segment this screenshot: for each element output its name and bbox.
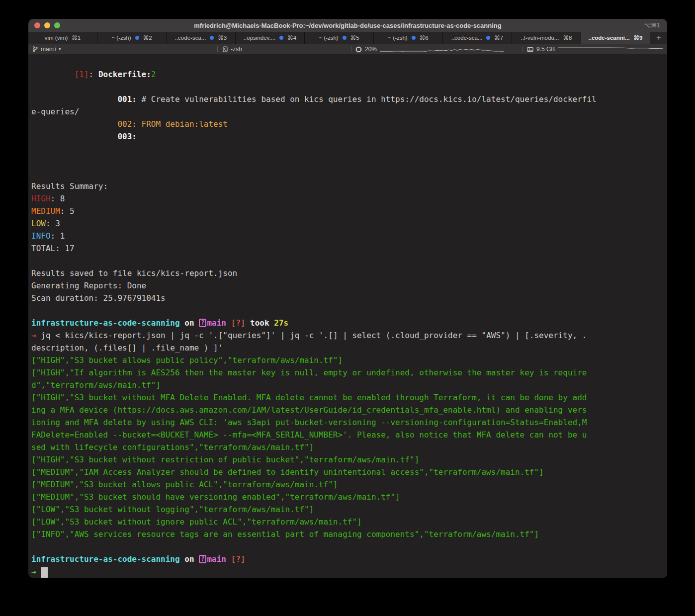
terminal-line: ["HIGH","S3 bucket without restriction o… (31, 453, 665, 466)
terminal-text (31, 94, 117, 104)
tab-label: ~ (-zsh) (111, 35, 131, 41)
terminal-text: ["MEDIUM","S3 bucket should have version… (31, 492, 400, 502)
tab-list: vim (vim)⌘1~ (-zsh)⌘2..code-sca...⌘3..op… (28, 32, 650, 44)
tab-2[interactable]: ~ (-zsh)⌘2 (97, 32, 166, 44)
terminal-text: ["INFO","AWS services resource tags are … (31, 529, 539, 539)
terminal-text: [?] (231, 318, 246, 328)
terminal-line (31, 168, 665, 180)
memory-segment: 9.5 GB (523, 44, 667, 54)
terminal-text: ["HIGH","S3 bucket without MFA Delete En… (31, 393, 587, 402)
terminal-text: ["MEDIUM","IAM Access Analyzer should be… (31, 467, 544, 477)
terminal-line: HIGH: 8 (31, 192, 665, 205)
terminal-text: → (31, 567, 36, 576)
tab-shortcut: ⌘2 (143, 34, 152, 41)
tab-4[interactable]: ..opsindev....⌘4 (235, 32, 304, 44)
window-title: mfriedrich@Michaels-MacBook-Pro:~/dev/wo… (28, 22, 667, 29)
terminal-content[interactable]: [1]: Dockerfile:2 001: # Create vulnerab… (28, 54, 667, 578)
tab-9[interactable]: ..code-scanni...⌘9 (581, 32, 650, 44)
tab-5[interactable]: ~ (-zsh)⌘5 (304, 32, 373, 44)
terminal-line: 003: (31, 130, 665, 143)
terminal-text: ["HIGH","S3 bucket without restriction o… (31, 455, 419, 464)
tab-shortcut: ⌘6 (420, 34, 429, 41)
terminal-text: ioning and MFA delete by using AWS CLI: … (31, 418, 587, 427)
tab-6[interactable]: ~ (-zsh)⌘6 (373, 32, 442, 44)
cpu-label: 20% (365, 46, 377, 53)
terminal-text: ? (199, 319, 206, 327)
tab-activity-dot (412, 36, 416, 40)
terminal-text: infrastructure-as-code-scanning (31, 318, 180, 328)
terminal-text: ["LOW","S3 bucket without ignore public … (31, 517, 362, 527)
terminal-text (36, 567, 41, 576)
close-button[interactable] (34, 22, 40, 28)
tab-label: ..code-scanni... (589, 35, 630, 41)
terminal-text: ? (199, 555, 206, 563)
terminal-line: 001: # Create vulnerabilities based on k… (31, 93, 665, 105)
terminal-text: Dockerfile: (98, 70, 151, 79)
terminal-text: ing a MFA device (https://docs.aws.amazo… (31, 405, 587, 415)
tab-label: ~ (-zsh) (319, 35, 338, 41)
terminal-text: ["MEDIUM","S3 bucket allows public ACL",… (31, 480, 338, 489)
terminal-window: mfriedrich@Michaels-MacBook-Pro:~/dev/wo… (28, 19, 667, 578)
terminal-line: e-queries/ (31, 105, 665, 118)
terminal-text: TOTAL: 17 (31, 244, 75, 253)
terminal-text: e-queries/ (31, 107, 79, 116)
terminal-text: HIGH (31, 194, 51, 203)
terminal-text: → (31, 331, 36, 340)
tab-8[interactable]: ..f-vuln-modu...⌘8 (512, 32, 581, 44)
tab-activity-dot (135, 36, 139, 40)
terminal-text: [?] (231, 554, 246, 564)
terminal-line (31, 304, 665, 317)
terminal-line: ["LOW","S3 bucket without ignore public … (31, 516, 665, 528)
terminal-text: # Create vulnerabilities based on kics q… (137, 94, 597, 104)
terminal-text: main (207, 318, 226, 328)
terminal-text: : (89, 70, 98, 79)
tab-shortcut: ⌘4 (287, 34, 296, 41)
memory-sparkline (558, 46, 663, 53)
terminal-line: → jq < kics/kics-report.json | jq -c '.[… (31, 329, 665, 342)
tab-1[interactable]: vim (vim)⌘1 (28, 32, 97, 44)
terminal-text: on (180, 554, 199, 564)
terminal-text: 002: FROM debian:latest (31, 119, 228, 129)
terminal-line: Results saved to file kics/kics-report.j… (31, 267, 665, 279)
terminal-text: 003: (117, 132, 137, 141)
memory-icon (527, 47, 533, 52)
terminal-line: TOTAL: 17 (31, 242, 665, 255)
terminal-text: FADelete=Enabled --bucket=<BUCKET_NAME> … (31, 430, 587, 440)
terminal-line: d","terraform/aws/main.tf"] (31, 379, 665, 391)
terminal-text: Results Summary: (31, 181, 108, 191)
terminal-text: [1] (75, 70, 89, 79)
terminal-line: sed with lifecycle configurations","terr… (31, 441, 665, 453)
terminal-line: ["LOW","S3 bucket without logging","terr… (31, 503, 665, 516)
terminal-text: LOW (31, 219, 46, 228)
minimize-button[interactable] (44, 22, 50, 28)
terminal-line: → (31, 565, 665, 578)
terminal-line: ing a MFA device (https://docs.aws.amazo… (31, 404, 665, 416)
terminal-text: 2 (151, 70, 156, 79)
tab-shortcut: ⌘9 (634, 34, 643, 41)
terminal-text: sed with lifecycle configurations","terr… (31, 442, 314, 452)
terminal-text: INFO (31, 231, 51, 241)
cpu-sparkline (380, 46, 504, 53)
terminal-text: : 5 (60, 206, 75, 216)
terminal-line: FADelete=Enabled --bucket=<BUCKET_NAME> … (31, 429, 665, 441)
terminal-line: [1]: Dockerfile:2 (31, 68, 665, 81)
tab-3[interactable]: ..code-sca...⌘3 (166, 32, 235, 44)
tab-label: ~ (-zsh) (388, 35, 407, 41)
terminal-line: ["HIGH","If algorithm is AES256 then the… (31, 366, 665, 379)
tab-activity-dot (279, 36, 283, 40)
title-bar[interactable]: mfriedrich@Michaels-MacBook-Pro:~/dev/wo… (28, 19, 667, 32)
tab-label: ..code-sca... (175, 35, 206, 41)
terminal-text: ["HIGH","S3 bucket allows public policy"… (31, 355, 343, 365)
terminal-text: main (207, 554, 226, 564)
terminal-line: ["HIGH","S3 bucket allows public policy"… (31, 354, 665, 366)
new-tab-button[interactable]: + (650, 32, 667, 44)
terminal-text (226, 318, 231, 328)
shell-job-icon (223, 46, 228, 52)
terminal-line: ["MEDIUM","IAM Access Analyzer should be… (31, 466, 665, 478)
zoom-button[interactable] (54, 22, 60, 28)
terminal-text: : 8 (51, 194, 65, 203)
cpu-icon (355, 46, 362, 53)
terminal-line: Generating Reports: Done (31, 279, 665, 292)
tab-7[interactable]: ..code-sca...⌘7 (442, 32, 512, 44)
traffic-lights (34, 22, 60, 28)
